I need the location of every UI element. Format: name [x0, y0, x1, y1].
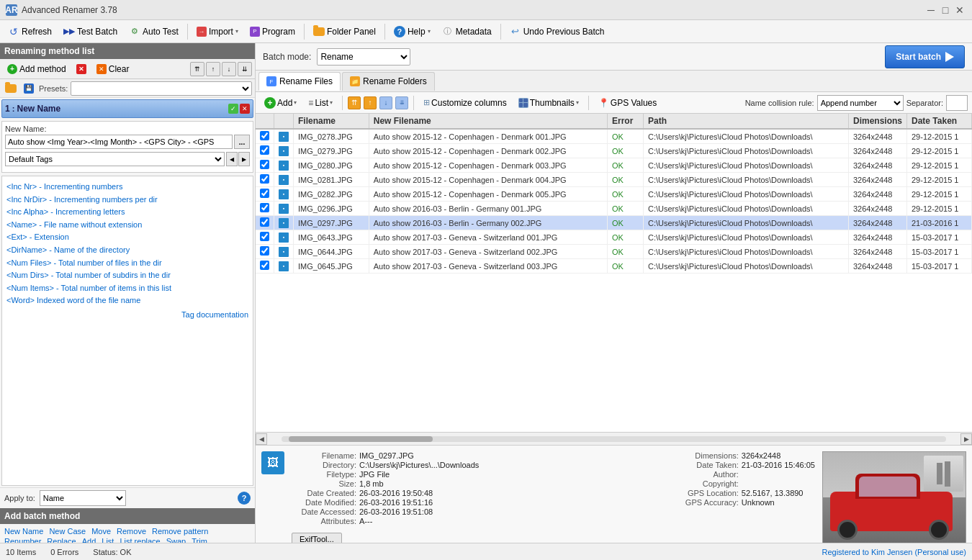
presets-select[interactable]: [71, 81, 252, 96]
row-checkbox[interactable]: [260, 174, 269, 184]
registration-link[interactable]: Registered to Kim Jensen (Personal use): [822, 548, 966, 556]
col-check[interactable]: [256, 114, 274, 129]
scroll-track[interactable]: [282, 436, 946, 442]
table-row[interactable]: ▪ IMG_0643.JPG Auto show 2017-03 - Genev…: [256, 230, 972, 245]
table-row[interactable]: ▪ IMG_0297.JPG Auto show 2016-03 - Berli…: [256, 216, 972, 230]
minimize-button[interactable]: ─: [924, 4, 937, 17]
method-delete-btn[interactable]: ✕: [240, 104, 250, 114]
scroll-left-arrow[interactable]: ◀: [256, 433, 267, 445]
test-batch-button[interactable]: ▶▶ Test Batch: [58, 22, 122, 41]
row-checkbox[interactable]: [260, 145, 269, 155]
accessed-val: 26-03-2016 19:51:08: [359, 507, 645, 516]
move-bottom-button[interactable]: ⇊: [238, 62, 252, 76]
move-up-button[interactable]: ↑: [206, 62, 220, 76]
collision-select[interactable]: Append number: [817, 95, 904, 111]
load-preset-button[interactable]: [3, 81, 19, 96]
scroll-area[interactable]: ◀ ▶: [256, 432, 972, 445]
tab-rename-files[interactable]: F Rename Files: [258, 72, 341, 91]
row-checkbox[interactable]: [260, 246, 269, 256]
table-row[interactable]: ▪ IMG_0645.JPG Auto show 2017-03 - Genev…: [256, 259, 972, 274]
row-checkbox[interactable]: [260, 232, 269, 241]
batch-link-new-name[interactable]: New Name: [4, 527, 43, 536]
folder-panel-button[interactable]: Folder Panel: [308, 22, 381, 41]
list-button[interactable]: ≡ List ▾: [304, 94, 337, 112]
col-date[interactable]: Date Taken: [907, 114, 972, 129]
help-circle-icon[interactable]: ?: [238, 492, 251, 505]
customize-columns-button[interactable]: ⊞ Customize columns: [419, 94, 511, 112]
file-table-container[interactable]: Filename New Filename Error Path Dimensi…: [256, 114, 972, 432]
start-batch-button[interactable]: Start batch: [885, 45, 965, 68]
tab-rename-folders[interactable]: 📁 Rename Folders: [342, 72, 435, 91]
clear-button[interactable]: ✕ Clear: [92, 61, 134, 77]
row-checkbox[interactable]: [260, 217, 269, 227]
batch-link-new-case[interactable]: New Case: [49, 527, 86, 536]
table-row[interactable]: ▪ IMG_0278.JPG Auto show 2015-12 - Copen…: [256, 129, 972, 144]
add-method-button[interactable]: + Add method: [3, 61, 71, 77]
row-checkbox[interactable]: [260, 160, 269, 169]
sort-up-top-button[interactable]: ⇈: [348, 96, 361, 109]
tag-link-1[interactable]: <Inc NrDir> - Incrementing numbers per d…: [6, 194, 248, 207]
method-item-1[interactable]: 1 : New Name ✓ ✕: [1, 99, 253, 118]
tag-link-7[interactable]: <Num Dirs> - Total number of subdirs in …: [6, 269, 248, 282]
tag-link-9[interactable]: <Word> Indexed word of the file name: [6, 294, 248, 307]
batch-link-remove[interactable]: Remove: [117, 527, 146, 536]
program-button[interactable]: P Program: [245, 22, 300, 41]
thumbnails-button[interactable]: Thumbnails ▾: [514, 94, 583, 112]
main-toolbar: ↺ Refresh ▶▶ Test Batch ⚙ Auto Test → Im…: [0, 20, 972, 43]
scroll-right-arrow[interactable]: ▶: [960, 433, 972, 445]
scroll-thumb[interactable]: [289, 436, 433, 442]
table-row[interactable]: ▪ IMG_0279.JPG Auto show 2015-12 - Copen…: [256, 144, 972, 158]
batch-link-remove-pattern[interactable]: Remove pattern: [152, 527, 208, 536]
col-filename[interactable]: Filename: [294, 114, 369, 129]
tag-link-0[interactable]: <Inc Nr> - Incrementing numbers: [6, 181, 248, 194]
tag-link-2[interactable]: <Inc Alpha> - Incrementing letters: [6, 206, 248, 219]
sort-down-bottom-button[interactable]: ⇊: [395, 96, 408, 109]
table-row[interactable]: ▪ IMG_0281.JPG Auto show 2015-12 - Copen…: [256, 173, 972, 187]
help-button[interactable]: ? Help ▾: [389, 22, 436, 41]
remove-method-button[interactable]: ✕: [72, 61, 91, 77]
sort-down-button[interactable]: ↓: [379, 96, 392, 109]
row-checkbox[interactable]: [260, 189, 269, 198]
separator-input[interactable]: [946, 95, 968, 111]
config-input[interactable]: [5, 135, 233, 149]
tag-doc-link[interactable]: Tag documentation: [181, 310, 248, 319]
refresh-button[interactable]: ↺ Refresh: [3, 22, 57, 41]
row-checkbox[interactable]: [260, 261, 269, 270]
tag-link-4[interactable]: <Ext> - Extension: [6, 231, 248, 244]
row-checkbox[interactable]: [260, 203, 269, 212]
tag-link-5[interactable]: <DirName> - Name of the directory: [6, 244, 248, 257]
save-preset-button[interactable]: 💾: [22, 81, 36, 96]
config-dots-button[interactable]: ...: [234, 135, 250, 149]
table-row[interactable]: ▪ IMG_0282.JPG Auto show 2015-12 - Copen…: [256, 187, 972, 202]
col-path[interactable]: Path: [643, 114, 848, 129]
metadata-button[interactable]: ⓘ Metadata: [437, 22, 497, 41]
move-down-button[interactable]: ↓: [222, 62, 236, 76]
move-top-button[interactable]: ⇈: [190, 62, 204, 76]
add-files-button[interactable]: + Add ▾: [260, 94, 301, 112]
table-row[interactable]: ▪ IMG_0280.JPG Auto show 2015-12 - Copen…: [256, 158, 972, 173]
tags-next-button[interactable]: ▶: [238, 152, 250, 166]
table-row[interactable]: ▪ IMG_0296.JPG Auto show 2016-03 - Berli…: [256, 202, 972, 216]
import-button[interactable]: → Import ▾: [192, 22, 243, 41]
tags-select[interactable]: Default Tags: [5, 152, 225, 166]
auto-test-button[interactable]: ⚙ Auto Test: [124, 22, 184, 41]
test-batch-label: Test Batch: [77, 27, 117, 37]
tag-link-6[interactable]: <Num Files> - Total number of files in t…: [6, 257, 248, 270]
col-error[interactable]: Error: [607, 114, 643, 129]
batch-mode-select[interactable]: Rename: [317, 48, 410, 66]
undo-button[interactable]: ↩ Undo Previous Batch: [505, 22, 610, 41]
table-row[interactable]: ▪ IMG_0644.JPG Auto show 2017-03 - Genev…: [256, 245, 972, 259]
col-dimensions[interactable]: Dimensions: [848, 114, 906, 129]
gps-button[interactable]: 📍 GPS Values: [594, 94, 661, 112]
batch-link-move[interactable]: Move: [91, 527, 111, 536]
close-button[interactable]: ✕: [953, 4, 966, 17]
method-enable-check[interactable]: ✓: [228, 104, 238, 114]
tags-prev-button[interactable]: ◀: [226, 152, 238, 166]
row-checkbox[interactable]: [260, 131, 269, 140]
apply-to-select[interactable]: Name: [40, 490, 126, 506]
tag-link-3[interactable]: <Name> - File name without extension: [6, 219, 248, 232]
maximize-button[interactable]: □: [939, 4, 952, 17]
tag-link-8[interactable]: <Num Items> - Total number of items in t…: [6, 282, 248, 295]
col-new-filename[interactable]: New Filename: [369, 114, 607, 129]
sort-up-button[interactable]: ↑: [364, 96, 377, 109]
